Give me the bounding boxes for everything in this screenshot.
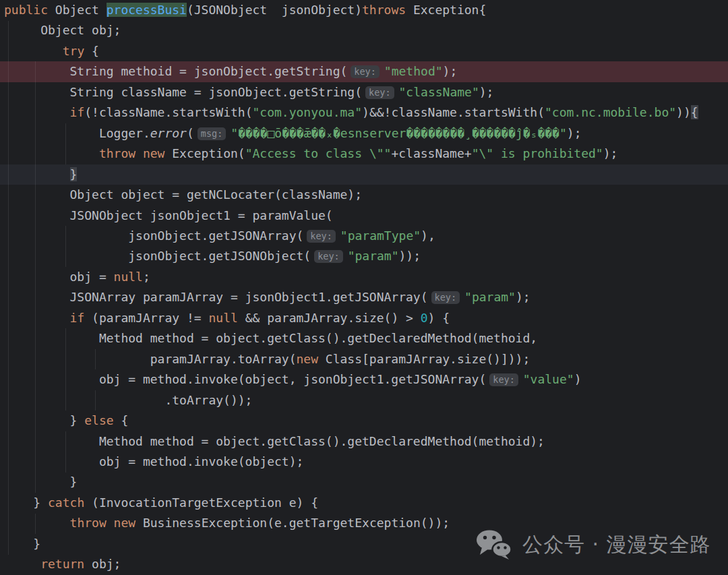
code-token: );: [603, 146, 618, 160]
code-token: "com.nc.mobile.bo": [545, 105, 676, 119]
code-token: [107, 516, 114, 530]
code-token: null: [208, 311, 237, 325]
code-token: [4, 167, 70, 181]
parameter-hint[interactable]: msg:: [198, 127, 226, 140]
code-line[interactable]: throw new Exception("Access to class \""…: [0, 144, 728, 164]
code-token: [4, 105, 70, 119]
code-token: "param": [348, 249, 399, 263]
code-token: try: [63, 44, 85, 58]
code-token: Class[paramJArray.size()]));: [318, 352, 530, 366]
code-line[interactable]: } catch (InvocationTargetException e) {: [0, 493, 728, 513]
code-token: else: [84, 413, 113, 427]
code-line[interactable]: jsonObject.getJSONArray(key:"paramType")…: [0, 226, 728, 246]
code-token: );: [443, 64, 458, 78]
code-token: "����□ō���ǣ��ₓ�esnserver��������¸������ĵ…: [231, 126, 567, 140]
code-line[interactable]: }: [0, 472, 728, 492]
code-token: {: [691, 105, 698, 119]
code-token: "paramType": [340, 229, 421, 243]
code-token: obj;: [84, 557, 121, 571]
code-token: Object: [55, 3, 107, 17]
code-token: "Access to class \"": [245, 146, 392, 160]
code-line[interactable]: obj = method.invoke(object);: [0, 452, 728, 472]
code-token: if: [70, 311, 85, 325]
code-token: throw: [70, 516, 107, 530]
code-token: obj = method.invoke(object, jsonObject1.…: [4, 372, 486, 386]
wechat-icon: [476, 529, 512, 560]
code-line[interactable]: if(!className.startsWith("com.yonyou.ma"…: [0, 102, 728, 123]
code-token: new: [296, 352, 318, 366]
code-token: [4, 311, 70, 325]
parameter-hint[interactable]: key:: [314, 250, 343, 263]
code-token: [4, 557, 40, 571]
code-token: String methoid = jsonObject.getString(: [4, 64, 347, 78]
code-token: Method method = object.getClass().getDec…: [4, 434, 545, 448]
code-token: "\" is prohibited": [472, 146, 603, 160]
code-token: );: [479, 85, 494, 99]
code-line[interactable]: Object object = getNCLocater(className);: [0, 185, 728, 205]
code-token: );: [516, 290, 530, 304]
code-line[interactable]: } else {: [0, 411, 728, 431]
code-token: Exception{: [406, 3, 486, 17]
code-token: processBusi: [107, 3, 187, 17]
code-line[interactable]: }: [0, 164, 728, 185]
code-token: JSONObject jsonObject1 = paramValue(: [4, 208, 333, 222]
code-token: JSONArray paramJArray = jsonObject1.getJ…: [4, 290, 428, 304]
code-token: (paramJArray !=: [84, 311, 208, 325]
code-line[interactable]: jsonObject.getJSONObject(key:"param"));: [0, 246, 728, 266]
code-token: (!className.startsWith(: [84, 105, 252, 119]
code-line[interactable]: .toArray());: [0, 390, 728, 411]
code-token: "com.yonyou.ma": [252, 105, 362, 119]
code-token: [4, 44, 63, 58]
code-line[interactable]: try {: [0, 41, 728, 61]
code-token: Object object = getNCLocater(className);: [4, 187, 362, 202]
code-token: 0: [421, 311, 428, 325]
code-token: [135, 146, 143, 160]
parameter-hint[interactable]: key:: [307, 230, 336, 243]
code-token: new: [143, 146, 165, 160]
code-token: error: [150, 126, 187, 140]
code-line[interactable]: JSONObject jsonObject1 = paramValue(: [0, 206, 728, 226]
code-line[interactable]: String className = jsonObject.getString(…: [0, 82, 728, 102]
code-token: Object obj;: [4, 23, 121, 37]
code-token: [4, 146, 99, 160]
code-token: Exception(: [164, 146, 245, 160]
code-token: (JSONObject jsonObject): [187, 3, 362, 17]
code-token: ));: [399, 249, 421, 263]
code-token: && paramJArray.size() >: [238, 311, 421, 325]
code-line[interactable]: JSONArray paramJArray = jsonObject1.getJ…: [0, 287, 728, 307]
code-token: throw: [99, 146, 135, 160]
code-token: obj =: [4, 270, 114, 284]
code-token: catch: [48, 495, 84, 510]
code-line[interactable]: obj = method.invoke(object, jsonObject1.…: [0, 369, 728, 390]
code-line[interactable]: public Object processBusi(JSONObject jso…: [0, 0, 728, 20]
code-line[interactable]: String methoid = jsonObject.getString(ke…: [0, 61, 728, 82]
code-token: "param": [464, 290, 516, 304]
code-token: ) {: [428, 311, 450, 325]
code-line[interactable]: obj = null;: [0, 267, 728, 287]
code-line[interactable]: paramJArray.toArray(new Class[paramJArra…: [0, 349, 728, 369]
code-line[interactable]: if (paramJArray != null && paramJArray.s…: [0, 308, 728, 328]
parameter-hint[interactable]: key:: [365, 86, 394, 99]
code-token: jsonObject.getJSONObject(: [4, 249, 311, 263]
code-token: new: [114, 516, 136, 530]
code-token: [4, 516, 70, 530]
code-token: {: [114, 413, 129, 427]
code-token: null: [114, 270, 143, 284]
code-line[interactable]: Method method = object.getClass().getDec…: [0, 328, 728, 349]
code-token: Method method = object.getClass().getDec…: [4, 331, 537, 345]
code-editor[interactable]: public Object processBusi(JSONObject jso…: [0, 0, 728, 575]
code-line[interactable]: Method method = object.getClass().getDec…: [0, 431, 728, 452]
code-token: String className = jsonObject.getString(: [4, 85, 362, 99]
code-token: BusinessException(e.getTargetException()…: [135, 516, 450, 530]
code-line[interactable]: Object obj;: [0, 20, 728, 40]
parameter-hint[interactable]: key:: [489, 373, 518, 386]
parameter-hint[interactable]: key:: [431, 291, 460, 304]
code-lines: public Object processBusi(JSONObject jso…: [0, 0, 728, 575]
parameter-hint[interactable]: key:: [351, 65, 380, 78]
code-token: ;: [143, 270, 150, 284]
code-token: "method": [384, 64, 443, 78]
code-line[interactable]: Logger.error(msg:"����□ō���ǣ��ₓ�esnserve…: [0, 123, 728, 144]
code-token: ): [574, 372, 582, 386]
code-token: public: [4, 3, 55, 17]
code-token: Logger.: [4, 126, 150, 140]
